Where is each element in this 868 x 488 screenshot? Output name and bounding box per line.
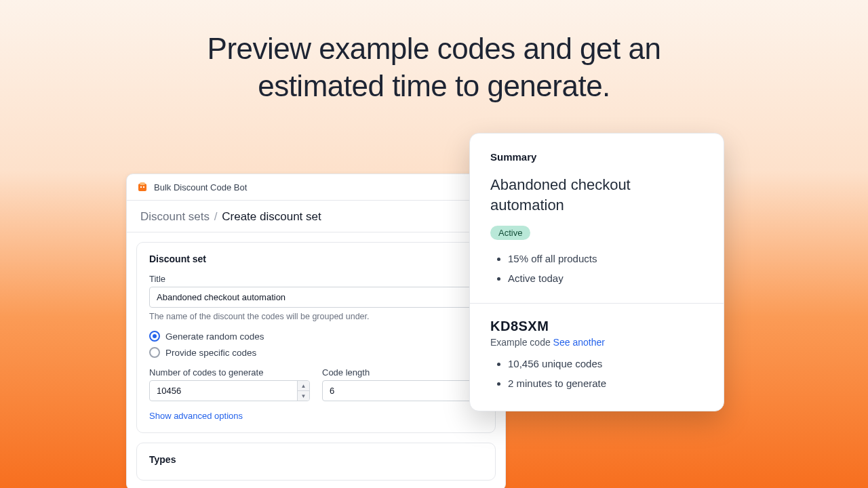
summary-details-list: 15% off all products Active today — [490, 249, 703, 288]
radio-label: Provide specific codes — [165, 348, 256, 358]
create-discount-form-card: Bulk Discount Code Bot Discount sets / C… — [126, 174, 506, 488]
code-length-label: Code length — [322, 367, 483, 378]
list-item: Active today — [508, 269, 703, 289]
breadcrumb-separator: / — [214, 210, 218, 223]
svg-point-2 — [140, 186, 142, 188]
num-codes-input[interactable] — [149, 380, 310, 401]
list-item: 2 minutes to generate — [508, 374, 703, 394]
status-badge: Active — [490, 226, 530, 240]
types-section: Types — [136, 443, 496, 481]
app-icon — [136, 181, 149, 193]
code-mode-radio-group: Generate random codes Provide specific c… — [149, 331, 483, 358]
radio-label: Generate random codes — [165, 331, 264, 342]
num-codes-spinner: ▲ ▼ — [297, 381, 309, 401]
discount-set-section: Discount set Title The name of the disco… — [136, 242, 496, 433]
summary-card: Summary Abandoned checkout automation Ac… — [469, 133, 724, 411]
breadcrumb: Discount sets / Create discount set — [127, 201, 505, 232]
svg-point-3 — [143, 186, 144, 188]
list-item: 10,456 unique codes — [508, 354, 703, 374]
breadcrumb-current: Create discount set — [222, 210, 321, 223]
app-name: Bulk Discount Code Bot — [154, 182, 247, 192]
app-header: Bulk Discount Code Bot — [127, 174, 505, 201]
radio-icon — [149, 347, 160, 358]
code-length-input[interactable] — [322, 380, 483, 401]
example-code-caption: Example code See another — [490, 337, 703, 348]
radio-generate-random[interactable]: Generate random codes — [149, 331, 483, 342]
section-title: Discount set — [149, 253, 483, 264]
title-help-text: The name of the discount the codes will … — [149, 312, 483, 321]
hero-banner: Preview example codes and get an estimat… — [0, 0, 868, 104]
summary-heading: Summary — [490, 151, 703, 163]
show-advanced-link[interactable]: Show advanced options — [149, 411, 243, 421]
summary-title: Abandoned checkout automation — [490, 175, 703, 215]
radio-icon — [149, 331, 160, 342]
title-input[interactable] — [149, 287, 483, 308]
generation-stats-list: 10,456 unique codes 2 minutes to generat… — [490, 354, 703, 393]
spinner-down-icon[interactable]: ▼ — [298, 391, 309, 401]
radio-provide-specific[interactable]: Provide specific codes — [149, 347, 483, 358]
breadcrumb-parent[interactable]: Discount sets — [140, 210, 210, 223]
types-title: Types — [149, 454, 483, 465]
svg-rect-1 — [140, 182, 145, 185]
title-label: Title — [149, 274, 483, 284]
hero-heading: Preview example codes and get an estimat… — [0, 30, 868, 104]
num-codes-label: Number of codes to generate — [149, 367, 310, 378]
spinner-up-icon[interactable]: ▲ — [298, 381, 309, 391]
see-another-link[interactable]: See another — [553, 337, 605, 348]
example-code-value: KD8SXM — [490, 319, 703, 334]
list-item: 15% off all products — [508, 249, 703, 269]
